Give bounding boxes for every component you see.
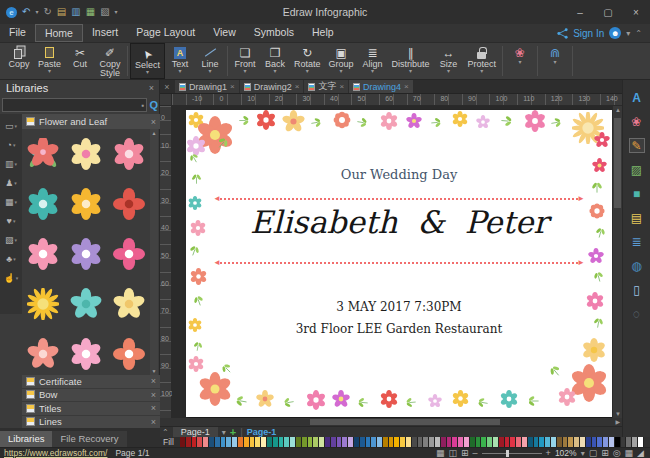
menu-item-insert[interactable]: Insert [83,24,127,42]
document-tab-2[interactable]: Drawing2× [240,80,304,93]
border-flower[interactable] [594,132,610,150]
text-button[interactable]: AText▾ [165,43,195,79]
library-category-calendar-icon[interactable]: ▦▾ [5,192,17,211]
border-leaf[interactable] [188,244,201,259]
caret-down-icon[interactable]: ▾ [306,69,309,74]
scroll-down-icon[interactable]: ▼ [152,368,157,374]
horizontal-scroll-thumb[interactable] [310,419,500,425]
border-flower[interactable] [592,158,607,175]
border-leaf[interactable] [592,270,605,285]
select-button[interactable]: ➤Select▾ [130,43,165,79]
caret-down-icon[interactable]: ▾ [554,60,557,65]
border-leaf[interactable] [310,116,323,131]
border-flower[interactable] [588,202,606,222]
back-button[interactable]: ❐Back▾ [260,43,290,79]
tab-close-icon[interactable]: × [404,82,409,91]
undo-caret-icon[interactable]: ▾ [35,9,38,15]
size-button[interactable]: ↔Size▾ [434,43,464,79]
new-document-icon[interactable]: ▤ [57,7,66,17]
border-flower[interactable] [198,372,232,408]
document-tab-4[interactable]: Drawing4× [349,80,413,93]
color-swatch[interactable] [638,437,644,447]
redo-icon[interactable]: ↻ [43,7,51,17]
menu-item-file[interactable]: File [0,24,35,42]
border-flower[interactable] [452,390,469,409]
library-category-badge-icon[interactable]: ♥▾ [7,211,16,230]
comment-icon[interactable]: ◌ [629,306,645,321]
scroll-right-icon[interactable]: ▶ [615,418,620,425]
zoom-caret-icon[interactable]: ▾ [581,449,585,458]
zoom-level[interactable]: 102% [555,448,577,458]
status-fit-icon[interactable]: ◎ [613,448,621,458]
border-leaf[interactable] [282,396,295,411]
library-shape-flower-15[interactable] [107,329,150,375]
protect-button[interactable]: Protect▾ [464,43,501,79]
border-flower[interactable] [558,388,576,408]
library-shape-flower-9[interactable] [107,229,150,279]
section-close-icon[interactable]: × [151,117,156,127]
page-list-icon[interactable]: ⌃ [162,428,169,437]
library-shape-flower-13[interactable] [22,329,65,375]
border-leaf[interactable] [430,116,443,131]
horizontal-scrollbar[interactable]: ▶ [160,418,622,426]
close-document-icon[interactable]: × [160,82,174,92]
caret-down-icon[interactable]: ▾ [409,69,412,74]
scroll-up-icon[interactable]: ▲ [152,130,157,136]
menu-item-page-layout[interactable]: Page Layout [127,24,204,42]
library-category-tree-icon[interactable]: ♣▾ [6,249,15,268]
zoom-slider[interactable] [482,453,542,454]
status-fit-icon[interactable]: ⊞ [601,448,609,458]
border-leaf[interactable] [500,114,514,130]
panel-tab-libraries[interactable]: Libraries [0,431,52,447]
border-leaf[interactable] [590,180,604,196]
caret-down-icon[interactable]: ▾ [519,60,522,65]
border-flower[interactable] [190,268,207,287]
border-leaf[interactable] [476,396,489,411]
pencil-icon[interactable]: ✎ [629,138,645,153]
save-icon[interactable]: ▦ [86,7,95,17]
account-avatar[interactable]: ☻ [609,27,621,39]
library-scrollbar[interactable]: ▲ ▼ [150,129,158,375]
library-shape-flower-4[interactable] [22,179,65,229]
caret-down-icon[interactable]: ▾ [447,69,450,74]
scroll-down-icon[interactable]: ▼ [615,411,621,417]
resize-grip-icon[interactable]: ◢ [637,448,644,458]
invitation-venue-text[interactable]: 3rd Floor LEE Garden Restaurant [186,322,612,336]
border-flower[interactable] [332,110,352,132]
collapse-ribbon-icon[interactable]: ⌃ [635,29,642,38]
status-fit-icon[interactable]: ▦ [625,448,634,458]
document-tab-1[interactable]: Drawing1× [175,80,239,93]
library-search-input[interactable]: ▪ [2,98,147,112]
border-flower[interactable] [188,196,202,212]
rotate-button[interactable]: ↻Rotate▾ [290,43,325,79]
section-close-icon[interactable]: × [151,417,156,427]
panel-tab-file-recovery[interactable]: File Recovery [52,431,126,447]
border-flower[interactable] [380,112,398,132]
align-button[interactable]: ≣Align▾ [358,43,388,79]
caret-down-icon[interactable]: ▾ [480,69,483,74]
app-logo-icon[interactable]: e [6,7,17,18]
dotted-divider-bottom[interactable]: ◄► [220,262,578,264]
invitation-title-text[interactable]: Our Wedding Day [186,167,612,182]
copy-button[interactable]: Copy [4,43,34,79]
status-view-icon[interactable]: ⊞ [461,448,469,458]
border-leaf[interactable] [548,364,562,380]
caret-down-icon[interactable]: ▾ [48,69,51,74]
library-shape-flower-10[interactable] [22,279,65,329]
library-section-certificate[interactable]: Certificate× [22,375,160,389]
dotted-divider-top[interactable]: ◄► [220,198,578,200]
text-tool-icon[interactable]: A [629,90,645,105]
border-flower[interactable] [500,390,518,410]
library-shape-flower-1[interactable] [22,129,65,179]
current-page-link[interactable]: Page-1 [247,427,277,437]
section-close-icon[interactable]: × [151,376,156,386]
border-flower[interactable] [406,113,422,131]
border-leaf[interactable] [216,136,230,152]
close-button[interactable]: × [622,0,650,24]
undo-icon[interactable]: ↶ [22,7,30,17]
tab-close-icon[interactable]: × [339,82,344,91]
page-tab[interactable]: Page-1 [173,427,218,438]
border-leaf[interactable] [190,172,203,187]
caret-down-icon[interactable]: ▾ [146,70,149,75]
library-shape-flower-3[interactable] [107,129,150,179]
